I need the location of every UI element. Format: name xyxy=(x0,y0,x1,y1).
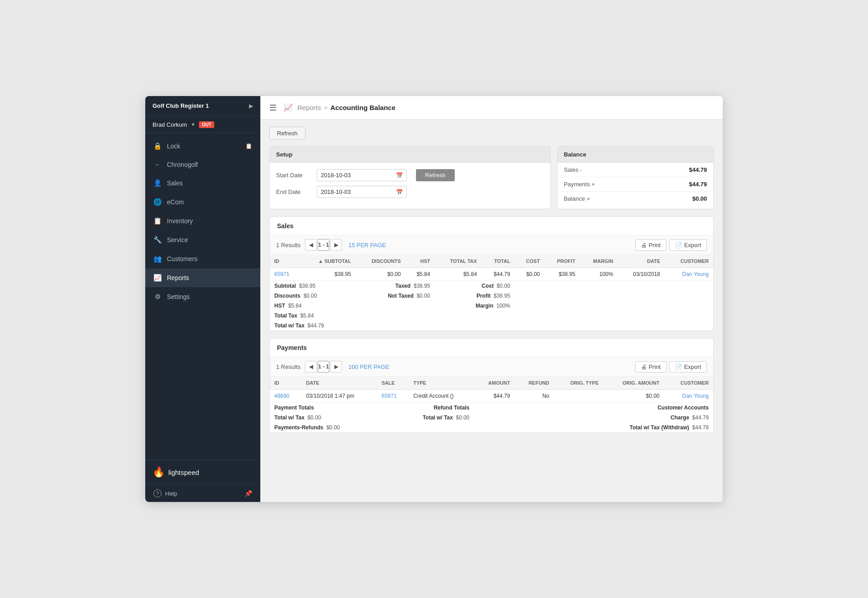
customers-icon: 👥 xyxy=(153,255,162,263)
sidebar-item-reports[interactable]: 📈 Reports xyxy=(145,268,260,287)
sidebar-item-sales[interactable]: 👤 Sales xyxy=(145,174,260,193)
s2-col1: Discounts $0.00 xyxy=(270,291,356,301)
sidebar-item-settings[interactable]: ⚙ Settings xyxy=(145,287,260,306)
sales-pagination-controls: ◀ 1 - 1 ▶ xyxy=(305,239,342,251)
end-date-label: End Date xyxy=(276,189,312,195)
end-date-input[interactable]: 2018-10-03 📅 xyxy=(317,186,407,198)
logo-text: lightspeed xyxy=(168,469,199,476)
sale-customer: Dan Young xyxy=(665,268,713,281)
sales-summary-row-3: HST $5.84 Margin 100% xyxy=(270,301,713,311)
payments-export-button[interactable]: 📄 Export xyxy=(669,361,707,373)
payments-print-icon: 🖨 xyxy=(641,363,647,370)
inventory-icon: 📋 xyxy=(153,217,162,225)
pcol-type: TYPE xyxy=(409,377,474,390)
s1-col1: Subtotal $38.95 xyxy=(270,281,356,291)
payments-section: Payments 1 Results ◀ 1 - 1 ▶ 100 PER PAG… xyxy=(269,338,714,433)
payment-date: 03/10/2018 1:47 pm xyxy=(301,390,377,403)
sales-export-button[interactable]: 📄 Export xyxy=(669,239,707,251)
chronogolf-icon: ← xyxy=(153,161,162,168)
payment-sale-link[interactable]: 65971 xyxy=(382,393,397,399)
payments-section-header: Payments xyxy=(270,339,713,357)
sales-next-page-button[interactable]: ▶ xyxy=(330,239,342,251)
breadcrumb-page: Accounting Balance xyxy=(330,104,395,111)
reports-breadcrumb-icon: 📈 xyxy=(284,103,293,112)
payments-actions: 🖨 Print 📄 Export xyxy=(635,361,707,373)
sale-hst: $5.84 xyxy=(405,268,434,281)
help-label[interactable]: Help xyxy=(165,490,177,497)
sales-actions: 🖨 Print 📄 Export xyxy=(635,239,707,251)
lock-icon: 🔒 xyxy=(153,142,162,150)
payments-print-button[interactable]: 🖨 Print xyxy=(635,361,667,373)
col-id: ID xyxy=(270,255,301,268)
end-date-calendar-icon: 📅 xyxy=(396,189,403,195)
pcol-id: ID xyxy=(270,377,301,390)
breadcrumb-section[interactable]: Reports xyxy=(297,104,321,111)
sales-per-page[interactable]: 15 PER PAGE xyxy=(348,242,386,248)
sale-date: 03/10/2018 xyxy=(618,268,665,281)
sidebar-help-bar: ? Help 📌 xyxy=(145,484,260,502)
payment-id-link[interactable]: 48690 xyxy=(274,393,289,399)
balance-payments-label: Payments + xyxy=(564,181,689,188)
sidebar-item-service[interactable]: 🔧 Service xyxy=(145,230,260,249)
payments-summary-row-1: Payment Totals Refund Totals Customer Ac… xyxy=(270,403,713,413)
help-icon: ? xyxy=(153,489,162,497)
start-date-input[interactable]: 2018-10-03 📅 xyxy=(317,169,407,181)
sales-section-header: Sales xyxy=(270,217,713,235)
balance-balance-value: $0.00 xyxy=(692,195,707,202)
sale-id-link[interactable]: 65971 xyxy=(274,271,289,277)
sales-prev-page-button[interactable]: ◀ xyxy=(305,239,317,251)
sidebar-item-label-inventory: Inventory xyxy=(167,217,193,225)
sales-section: Sales 1 Results ◀ 1 - 1 ▶ 15 PER PAGE 🖨 xyxy=(269,216,714,331)
sidebar-item-label-reports: Reports xyxy=(167,274,189,281)
balance-row-balance: Balance = $0.00 xyxy=(558,192,713,206)
sales-pagination-bar: 1 Results ◀ 1 - 1 ▶ 15 PER PAGE 🖨 Print xyxy=(270,235,713,255)
refresh-button[interactable]: Refresh xyxy=(269,127,305,140)
breadcrumb-separator: > xyxy=(324,104,328,111)
start-date-calendar-icon: 📅 xyxy=(396,172,403,179)
main-content: Refresh Setup Start Date 2018-10-03 📅 xyxy=(260,120,723,502)
col-profit: PROFIT xyxy=(545,255,580,268)
setup-refresh-button[interactable]: Refresh xyxy=(416,169,455,181)
payment-type: Credit Account () xyxy=(409,390,474,403)
balance-card: Balance Sales - $44.79 Payments + $44.79 xyxy=(557,146,714,209)
pin-icon[interactable]: 📌 xyxy=(245,490,252,497)
sales-current-page[interactable]: 1 - 1 xyxy=(318,239,329,251)
payment-sale: 65971 xyxy=(377,390,409,403)
sidebar-item-ecom[interactable]: 🌐 eCom xyxy=(145,193,260,212)
end-date-value: 2018-10-03 xyxy=(321,189,351,195)
breadcrumb: Reports > Accounting Balance xyxy=(297,104,396,111)
sidebar-item-label-sales: Sales xyxy=(167,179,183,187)
setup-balance-row: Setup Start Date 2018-10-03 📅 Refresh xyxy=(269,146,714,209)
menu-icon[interactable]: ☰ xyxy=(269,103,277,113)
start-date-value: 2018-10-03 xyxy=(321,172,351,179)
sales-summary-row-1: Subtotal $38.95 Taxed $38.95 Cost $0.00 xyxy=(270,281,713,291)
sidebar-item-label-lock: Lock xyxy=(167,143,180,150)
user-status-badge: OUT xyxy=(199,121,214,128)
payments-current-page[interactable]: 1 - 1 xyxy=(318,361,329,373)
sidebar-item-lock[interactable]: 🔒 Lock 📋 xyxy=(145,137,260,156)
sidebar-item-chronogolf[interactable]: ← Chronogolf xyxy=(145,156,260,174)
sale-subtotal: $38.95 xyxy=(301,268,356,281)
payment-customer: Dan Young xyxy=(664,390,713,403)
s2-col2: Not Taxed $0.00 xyxy=(356,291,434,301)
balance-balance-label: Balance = xyxy=(564,195,693,202)
sale-total: $44.79 xyxy=(481,268,515,281)
pcol-refund: REFUND xyxy=(515,377,554,390)
setup-card-body: Start Date 2018-10-03 📅 Refresh End Date xyxy=(270,163,550,209)
sales-print-button[interactable]: 🖨 Print xyxy=(635,239,667,251)
col-subtotal[interactable]: ▲ SUBTOTAL xyxy=(301,255,356,268)
sidebar-header: Golf Club Register 1 ▶ xyxy=(145,96,260,117)
payment-orig-type xyxy=(554,390,603,403)
payments-prev-page-button[interactable]: ◀ xyxy=(305,361,317,373)
toolbar: Refresh xyxy=(269,127,714,140)
sidebar-item-customers[interactable]: 👥 Customers xyxy=(145,249,260,268)
sale-customer-link[interactable]: Dan Young xyxy=(682,271,709,277)
payments-per-page[interactable]: 100 PER PAGE xyxy=(348,363,389,370)
payments-next-page-button[interactable]: ▶ xyxy=(330,361,342,373)
payment-customer-link[interactable]: Dan Young xyxy=(682,393,709,399)
pcol-orig-type: ORIG. TYPE xyxy=(554,377,603,390)
sales-icon: 👤 xyxy=(153,179,162,187)
sidebar-item-inventory[interactable]: 📋 Inventory xyxy=(145,212,260,230)
start-date-label: Start Date xyxy=(276,172,312,179)
sidebar-expand-icon[interactable]: ▶ xyxy=(249,103,253,109)
